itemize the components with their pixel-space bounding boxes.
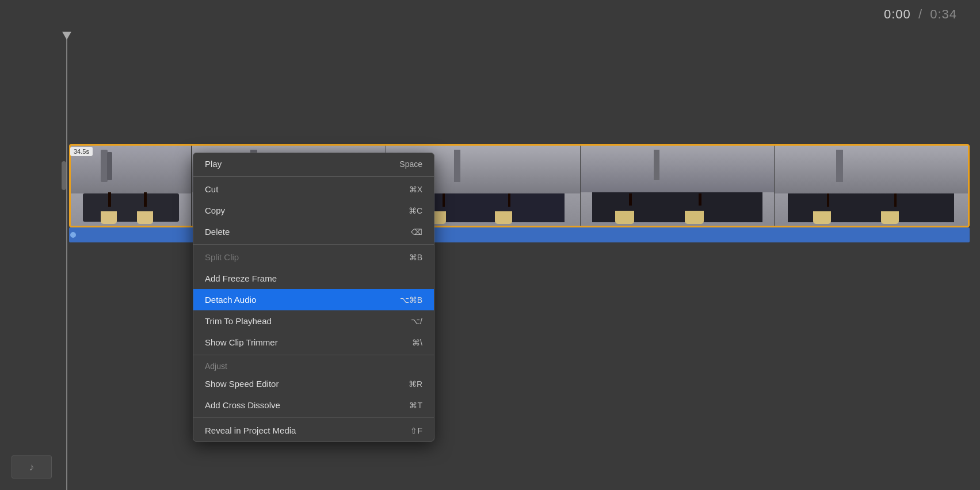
bottom-audio-strip: ♪ [12, 455, 52, 478]
menu-item-split-clip: Split Clip ⌘B [193, 246, 434, 268]
menu-item-trim-to-playhead[interactable]: Trim To Playhead ⌥/ [193, 310, 434, 332]
menu-item-copy-shortcut: ⌘C [409, 206, 422, 215]
menu-item-cut[interactable]: Cut ⌘X [193, 178, 434, 200]
menu-item-trim-shortcut: ⌥/ [411, 317, 422, 326]
menu-item-add-freeze-frame[interactable]: Add Freeze Frame [193, 268, 434, 289]
menu-item-play-label: Play [205, 159, 222, 169]
menu-item-cut-label: Cut [205, 184, 218, 194]
timecode-current: 0:00 [884, 7, 911, 21]
context-menu: Play Space Cut ⌘X Copy ⌘C Delete ⌫ Split… [193, 153, 434, 442]
top-bar: 0:00 / 0:34 [0, 0, 980, 29]
clip-duration-badge: 34.5s [70, 147, 93, 156]
menu-item-delete[interactable]: Delete ⌫ [193, 221, 434, 242]
clip-thumb-4 [580, 146, 774, 226]
menu-item-detach-shortcut: ⌥⌘B [400, 295, 422, 305]
separator-2 [193, 244, 434, 245]
menu-item-split-clip-label: Split Clip [205, 252, 239, 262]
separator-3 [193, 355, 434, 355]
separator-4 [193, 417, 434, 418]
timecode-total: 0:34 [930, 7, 957, 21]
menu-item-detach-audio[interactable]: Detach Audio ⌥⌘B [193, 289, 434, 310]
menu-item-copy[interactable]: Copy ⌘C [193, 200, 434, 221]
menu-item-freeze-label: Add Freeze Frame [205, 274, 277, 283]
menu-item-dissolve-label: Add Cross Dissolve [205, 400, 280, 410]
menu-item-trimmer-label: Show Clip Trimmer [205, 337, 278, 347]
timeline-area: 34.5s [0, 29, 980, 490]
menu-item-play[interactable]: Play Space [193, 153, 434, 174]
menu-item-cut-shortcut: ⌘X [409, 185, 422, 194]
menu-item-split-clip-shortcut: ⌘B [409, 253, 422, 262]
menu-item-speed-shortcut: ⌘R [409, 379, 422, 389]
timecode-separator: / [918, 7, 922, 21]
menu-item-delete-label: Delete [205, 227, 230, 237]
menu-item-dissolve-shortcut: ⌘T [409, 401, 422, 410]
menu-item-play-shortcut: Space [399, 159, 422, 169]
clip-thumb-5 [774, 146, 968, 226]
music-note-icon: ♪ [29, 461, 35, 473]
menu-item-add-cross-dissolve[interactable]: Add Cross Dissolve ⌘T [193, 394, 434, 416]
menu-item-copy-label: Copy [205, 206, 225, 215]
left-scrollbar[interactable] [62, 161, 66, 190]
menu-item-show-clip-trimmer[interactable]: Show Clip Trimmer ⌘\ [193, 332, 434, 353]
menu-item-detach-label: Detach Audio [205, 295, 256, 305]
menu-item-trimmer-shortcut: ⌘\ [412, 338, 422, 347]
menu-item-trim-label: Trim To Playhead [205, 316, 272, 326]
menu-item-reveal-in-project-media[interactable]: Reveal in Project Media ⇧F [193, 420, 434, 441]
menu-section-adjust: Adjust [193, 357, 434, 373]
menu-item-speed-label: Show Speed Editor [205, 379, 279, 389]
separator-1 [193, 176, 434, 177]
playhead-line [66, 32, 67, 490]
timecode-display: 0:00 / 0:34 [884, 7, 957, 22]
menu-item-delete-shortcut: ⌫ [411, 227, 422, 237]
menu-item-reveal-label: Reveal in Project Media [205, 426, 296, 435]
menu-item-show-speed-editor[interactable]: Show Speed Editor ⌘R [193, 373, 434, 394]
audio-track-dot [70, 232, 76, 238]
menu-item-reveal-shortcut: ⇧F [410, 426, 422, 435]
clip-thumbnail-first [71, 146, 192, 226]
